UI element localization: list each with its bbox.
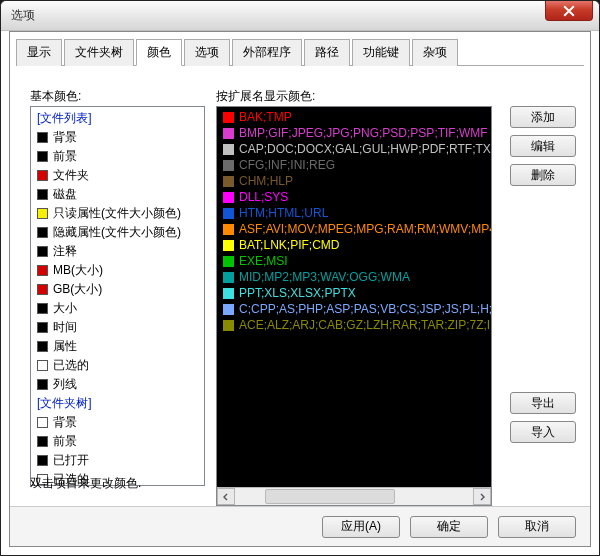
tab-5[interactable]: 路径 [304, 39, 350, 66]
base-color-item[interactable]: 列线 [31, 375, 204, 394]
base-color-item[interactable]: 前景 [31, 147, 204, 166]
ext-color-item-label: CAP;DOC;DOCX;GAL;GUL;HWP;PDF;RTF;TXT [239, 142, 491, 156]
base-color-item[interactable]: 已选的 [31, 356, 204, 375]
scroll-thumb[interactable] [265, 489, 395, 504]
ext-color-item[interactable]: PPT;XLS;XLSX;PPTX [217, 285, 491, 301]
apply-button[interactable]: 应用(A) [322, 516, 400, 538]
tab-1[interactable]: 文件夹树 [64, 39, 134, 66]
color-swatch [223, 160, 234, 171]
base-group-title: [文件夹树] [31, 394, 204, 413]
base-color-item[interactable]: 磁盘 [31, 185, 204, 204]
color-swatch [37, 227, 48, 238]
base-color-item[interactable]: 注释 [31, 242, 204, 261]
base-color-item-label: 只读属性(文件大小颜色) [53, 205, 181, 222]
ext-color-item-label: HTM;HTML;URL [239, 206, 328, 220]
color-swatch [223, 224, 234, 235]
tab-3[interactable]: 选项 [184, 39, 230, 66]
base-color-item[interactable]: 文件夹 [31, 166, 204, 185]
base-color-item-label: 前景 [53, 148, 77, 165]
scroll-left-button[interactable] [217, 488, 235, 505]
base-color-item-label: 时间 [53, 319, 77, 336]
base-color-list[interactable]: [文件列表]背景前景文件夹磁盘只读属性(文件大小颜色)隐藏属性(文件大小颜色)注… [30, 106, 205, 486]
base-color-item[interactable]: MB(大小) [31, 261, 204, 280]
tab-6[interactable]: 功能键 [352, 39, 410, 66]
ext-color-item-label: EXE;MSI [239, 254, 288, 268]
base-color-item-label: GB(大小) [53, 281, 102, 298]
ext-color-item[interactable]: CFG;INF;INI;REG [217, 157, 491, 173]
tab-7[interactable]: 杂项 [412, 39, 458, 66]
ext-color-item[interactable]: C;CPP;AS;PHP;ASP;PAS;VB;CS;JSP;JS;PL;H;H… [217, 301, 491, 317]
color-swatch [37, 360, 48, 371]
base-color-item[interactable]: 大小 [31, 299, 204, 318]
base-color-item-label: 磁盘 [53, 186, 77, 203]
base-color-item-label: 文件夹 [53, 167, 89, 184]
edit-button[interactable]: 编辑 [510, 135, 576, 157]
ext-color-item-label: CHM;HLP [239, 174, 293, 188]
ext-color-item[interactable]: BMP;GIF;JPEG;JPG;PNG;PSD;PSP;TIF;WMF [217, 125, 491, 141]
color-swatch [37, 436, 48, 447]
color-swatch [37, 246, 48, 257]
ext-color-item-label: BAT;LNK;PIF;CMD [239, 238, 339, 252]
base-color-item[interactable]: 属性 [31, 337, 204, 356]
color-swatch [37, 265, 48, 276]
color-swatch [37, 322, 48, 333]
color-swatch [37, 132, 48, 143]
base-color-item[interactable]: GB(大小) [31, 280, 204, 299]
titlebar: 选项 [1, 1, 599, 31]
delete-button[interactable]: 删除 [510, 164, 576, 186]
base-color-item[interactable]: 时间 [31, 318, 204, 337]
ext-color-item[interactable]: ASF;AVI;MOV;MPEG;MPG;RAM;RM;WMV;MP4;MKV [217, 221, 491, 237]
ext-color-item[interactable]: BAT;LNK;PIF;CMD [217, 237, 491, 253]
chevron-right-icon [478, 493, 486, 501]
add-button[interactable]: 添加 [510, 106, 576, 128]
client-area: 显示文件夹树颜色选项外部程序路径功能键杂项 基本颜色: 按扩展名显示颜色: [文… [9, 31, 591, 547]
ext-color-item-label: C;CPP;AS;PHP;ASP;PAS;VB;CS;JSP;JS;PL;H;H… [239, 302, 491, 316]
ext-color-item[interactable]: DLL;SYS [217, 189, 491, 205]
base-color-item-label: MB(大小) [53, 262, 103, 279]
tab-2[interactable]: 颜色 [136, 39, 182, 66]
color-swatch [223, 320, 234, 331]
ext-color-item[interactable]: HTM;HTML;URL [217, 205, 491, 221]
base-color-item-label: 已打开 [53, 452, 89, 469]
tab-4[interactable]: 外部程序 [232, 39, 302, 66]
ext-color-item[interactable]: CHM;HLP [217, 173, 491, 189]
color-swatch [223, 272, 234, 283]
base-color-item[interactable]: 背景 [31, 128, 204, 147]
close-button[interactable] [545, 1, 593, 21]
ext-color-item-label: CFG;INF;INI;REG [239, 158, 335, 172]
ext-color-item-label: ASF;AVI;MOV;MPEG;MPG;RAM;RM;WMV;MP4;MKV [239, 222, 491, 236]
color-swatch [223, 288, 234, 299]
ext-color-item[interactable]: CAP;DOC;DOCX;GAL;GUL;HWP;PDF;RTF;TXT [217, 141, 491, 157]
bottom-button-bar: 应用(A) 确定 取消 [10, 506, 590, 546]
scroll-track[interactable] [235, 488, 473, 505]
base-color-item[interactable]: 背景 [31, 413, 204, 432]
tab-0[interactable]: 显示 [16, 39, 62, 66]
color-swatch [37, 455, 48, 466]
import-button[interactable]: 导入 [510, 421, 576, 443]
color-swatch [37, 417, 48, 428]
color-swatch [37, 170, 48, 181]
color-swatch [223, 208, 234, 219]
scroll-right-button[interactable] [473, 488, 491, 505]
base-color-item[interactable]: 隐藏属性(文件大小颜色) [31, 223, 204, 242]
export-button[interactable]: 导出 [510, 392, 576, 414]
cancel-button[interactable]: 取消 [498, 516, 576, 538]
ok-button[interactable]: 确定 [410, 516, 488, 538]
base-color-item[interactable]: 只读属性(文件大小颜色) [31, 204, 204, 223]
ext-color-list-inner: BAK;TMPBMP;GIF;JPEG;JPG;PNG;PSD;PSP;TIF;… [217, 107, 491, 485]
ext-color-item[interactable]: EXE;MSI [217, 253, 491, 269]
ext-color-list[interactable]: BAK;TMPBMP;GIF;JPEG;JPG;PNG;PSD;PSP;TIF;… [216, 106, 492, 506]
base-color-item-label: 注释 [53, 243, 77, 260]
ext-color-item[interactable]: ACE;ALZ;ARJ;CAB;GZ;LZH;RAR;TAR;ZIP;7Z;IS… [217, 317, 491, 333]
base-colors-label: 基本颜色: [30, 88, 81, 105]
chevron-left-icon [222, 493, 230, 501]
ext-color-item[interactable]: BAK;TMP [217, 109, 491, 125]
side-buttons-top: 添加 编辑 删除 [510, 106, 576, 186]
horizontal-scrollbar[interactable] [217, 487, 491, 505]
base-color-item[interactable]: 已打开 [31, 451, 204, 470]
ext-color-item[interactable]: MID;MP2;MP3;WAV;OGG;WMA [217, 269, 491, 285]
base-color-item[interactable]: 前景 [31, 432, 204, 451]
ext-color-item-label: BMP;GIF;JPEG;JPG;PNG;PSD;PSP;TIF;WMF [239, 126, 488, 140]
base-color-item-label: 前景 [53, 433, 77, 450]
color-swatch [223, 128, 234, 139]
